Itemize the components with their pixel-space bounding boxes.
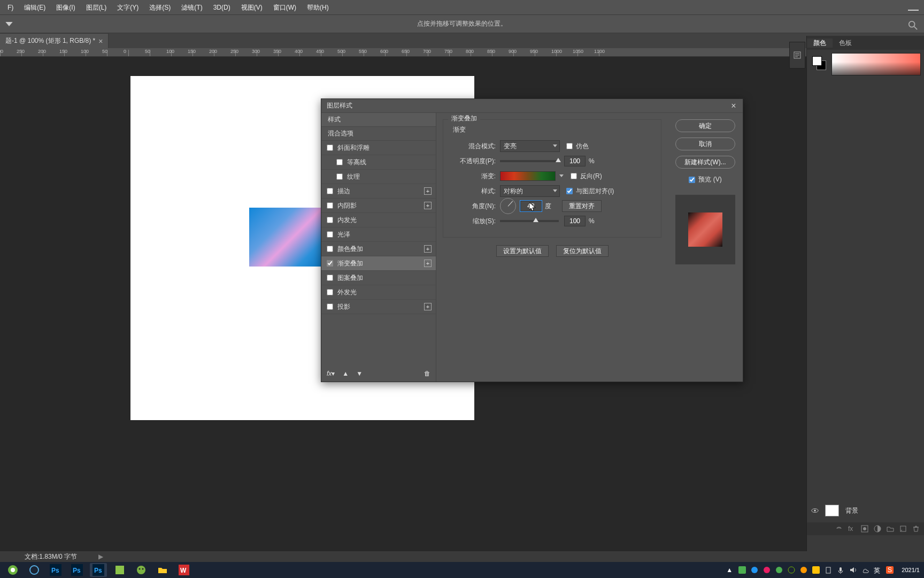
opacity-slider[interactable]	[500, 160, 559, 162]
rectangle-shape[interactable]	[249, 208, 324, 267]
layer-row-background[interactable]: 背景	[807, 502, 924, 519]
tray-app-3-icon[interactable]	[763, 566, 771, 574]
tray-ime-icon[interactable]: 英	[874, 566, 882, 574]
layer-thumbnail[interactable]	[825, 505, 839, 516]
cancel-button[interactable]: 取消	[675, 138, 735, 150]
fx-menu-icon[interactable]: fx▾	[327, 370, 335, 377]
effect-innershadow-checkbox[interactable]	[327, 202, 333, 209]
tab-color[interactable]: 颜色	[807, 39, 833, 48]
start-button[interactable]	[4, 563, 21, 577]
effect-coloroverlay[interactable]: 颜色叠加+	[321, 242, 436, 256]
fx-trash-icon[interactable]: 🗑	[424, 370, 430, 377]
document-tab[interactable]: 题-1 @ 100% (矩形 1, RGB/8) * ×	[0, 33, 109, 48]
menu-image[interactable]: 图像(I)	[51, 0, 80, 15]
app-icon-face[interactable]	[133, 563, 150, 577]
reverse-checkbox[interactable]: 反向(R)	[571, 172, 602, 181]
layer-name[interactable]: 背景	[845, 506, 858, 515]
effects-header-styles[interactable]: 样式	[321, 113, 436, 127]
effect-stroke[interactable]: 描边+	[321, 184, 436, 199]
scale-slider[interactable]	[500, 220, 559, 222]
effect-innershadow[interactable]: 内阴影+	[321, 199, 436, 213]
fx-up-icon[interactable]: ▲	[342, 370, 349, 377]
effect-stroke-checkbox[interactable]	[327, 188, 333, 194]
effect-gradientoverlay-checkbox[interactable]	[327, 260, 333, 267]
tray-nvidia-icon[interactable]	[788, 566, 796, 574]
angle-input[interactable]: 48	[520, 201, 542, 211]
layer-mask-icon[interactable]	[861, 525, 868, 533]
effect-innershadow-add-icon[interactable]: +	[424, 202, 432, 209]
menu-layer[interactable]: 图层(L)	[81, 0, 112, 15]
browser-icon[interactable]	[26, 563, 43, 577]
tray-sogou-icon[interactable]: S	[886, 566, 894, 574]
effect-contour-checkbox[interactable]	[336, 159, 343, 165]
tray-app-4-icon[interactable]	[775, 566, 783, 574]
close-tab-icon[interactable]: ×	[98, 37, 103, 45]
effect-gradientoverlay[interactable]: 渐变叠加+	[321, 256, 436, 271]
gradient-style-select[interactable]: 对称的	[500, 185, 560, 197]
search-icon[interactable]	[908, 20, 918, 30]
wps-icon[interactable]: W	[175, 563, 192, 577]
history-icon[interactable]	[793, 51, 802, 59]
tool-options-dropdown-icon[interactable]	[3, 18, 15, 30]
fx-down-icon[interactable]: ▼	[356, 370, 363, 377]
tray-app-2-icon[interactable]	[751, 566, 759, 574]
adjustment-layer-icon[interactable]	[874, 525, 881, 533]
gradient-picker[interactable]	[500, 171, 556, 181]
tray-up-icon[interactable]: ▲	[726, 566, 734, 574]
effects-header-blend[interactable]: 混合选项	[321, 127, 436, 141]
menu-select[interactable]: 选择(S)	[144, 0, 176, 15]
menu-view[interactable]: 视图(V)	[236, 0, 268, 15]
scale-input[interactable]: 100	[564, 216, 586, 226]
angle-dial[interactable]	[500, 198, 516, 214]
effect-patternoverlay-checkbox[interactable]	[327, 275, 333, 281]
collapsed-panel-strip[interactable]	[789, 42, 805, 69]
effect-dropshadow-add-icon[interactable]: +	[424, 303, 432, 310]
effect-gradientoverlay-add-icon[interactable]: +	[424, 260, 432, 267]
menu-help[interactable]: 帮助(H)	[302, 0, 334, 15]
effect-dropshadow-checkbox[interactable]	[327, 303, 333, 310]
effect-innerglow-checkbox[interactable]	[327, 217, 333, 223]
link-layers-icon[interactable]	[835, 525, 843, 533]
effect-stroke-add-icon[interactable]: +	[424, 187, 432, 195]
effect-texture[interactable]: 纹理	[321, 170, 436, 184]
foreground-color-swatch[interactable]	[812, 56, 822, 66]
ok-button[interactable]: 确定	[675, 119, 735, 132]
group-icon[interactable]	[887, 525, 894, 533]
trash-icon[interactable]	[912, 525, 920, 533]
status-arrow-icon[interactable]: ▶	[98, 553, 103, 560]
tray-app-6-icon[interactable]	[812, 566, 820, 574]
effect-outerglow[interactable]: 外发光	[321, 285, 436, 300]
menu-file[interactable]: F)	[2, 0, 19, 15]
effect-dropshadow[interactable]: 投影+	[321, 300, 436, 314]
tray-app-1-icon[interactable]	[738, 566, 746, 574]
tray-app-5-icon[interactable]	[800, 566, 808, 574]
effect-satin-checkbox[interactable]	[327, 231, 333, 238]
layer-visibility-icon[interactable]	[811, 507, 819, 514]
reset-default-button[interactable]: 复位为默认值	[556, 245, 609, 257]
color-spectrum[interactable]	[831, 53, 921, 75]
status-doc-info[interactable]: 文档:1.83M/0 字节	[25, 552, 77, 561]
preview-checkbox[interactable]: 预览 (V)	[675, 175, 735, 184]
effect-contour[interactable]: 等高线	[321, 155, 436, 170]
tray-onedrive-icon[interactable]	[861, 566, 869, 574]
effect-outerglow-checkbox[interactable]	[327, 289, 333, 295]
dither-checkbox[interactable]: 仿色	[566, 142, 589, 151]
ps-icon-2[interactable]: Ps	[68, 563, 86, 577]
effect-satin[interactable]: 光泽	[321, 227, 436, 242]
effect-innerglow[interactable]: 内发光	[321, 213, 436, 227]
make-default-button[interactable]: 设置为默认值	[496, 245, 549, 257]
align-checkbox[interactable]: 与图层对齐(I)	[566, 187, 614, 196]
effect-coloroverlay-checkbox[interactable]	[327, 246, 333, 252]
menu-type[interactable]: 文字(Y)	[112, 0, 144, 15]
effect-texture-checkbox[interactable]	[336, 173, 343, 180]
app-icon-green[interactable]	[111, 563, 128, 577]
tray-usb-icon[interactable]	[825, 566, 833, 574]
reset-align-button[interactable]: 重置对齐	[562, 200, 602, 212]
new-layer-icon[interactable]	[899, 525, 907, 533]
blend-mode-select[interactable]: 变亮	[500, 140, 560, 152]
effect-patternoverlay[interactable]: 图案叠加	[321, 271, 436, 285]
fg-bg-swatch[interactable]	[812, 56, 826, 70]
menu-filter[interactable]: 滤镜(T)	[176, 0, 207, 15]
tray-volume-icon[interactable]	[849, 566, 857, 574]
new-style-button[interactable]: 新建样式(W)...	[675, 156, 735, 169]
